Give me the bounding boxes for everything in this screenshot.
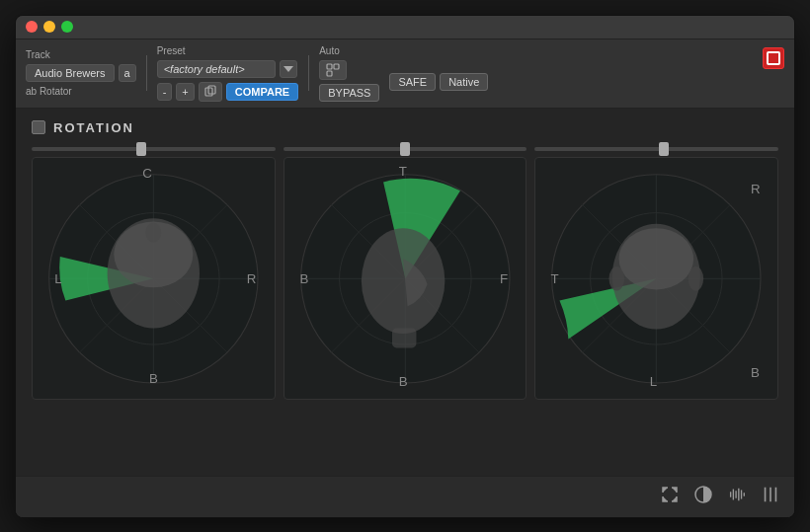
roll-diagram: R B L T <box>535 158 777 400</box>
track-name-button[interactable]: Audio Brewers <box>26 64 115 82</box>
svg-text:F: F <box>500 270 508 285</box>
svg-rect-3 <box>334 64 339 69</box>
audio-icon[interactable] <box>727 485 747 509</box>
titlebar <box>16 16 794 39</box>
bottom-bar <box>16 476 794 517</box>
svg-point-24 <box>362 228 446 334</box>
section-header: ROTATION <box>32 120 778 135</box>
plugin-name: ab Rotator <box>26 86 72 97</box>
preset-label: Preset <box>157 45 299 56</box>
preset-minus-button[interactable]: - <box>157 83 173 101</box>
contrast-icon[interactable] <box>693 485 713 509</box>
rotation-checkbox[interactable] <box>32 120 45 134</box>
expand-icon[interactable] <box>660 485 680 509</box>
preset-select[interactable]: <factory default> <box>157 60 276 78</box>
close-button[interactable] <box>26 21 38 33</box>
yaw-slider-thumb[interactable] <box>136 142 146 156</box>
pitch-panel: T F B B <box>284 157 527 401</box>
record-icon <box>767 51 780 65</box>
svg-text:B: B <box>751 365 760 380</box>
svg-text:R: R <box>751 181 761 195</box>
panel-pitch: T F B B <box>284 147 527 401</box>
svg-text:C: C <box>142 166 152 181</box>
menu-icon[interactable] <box>761 485 780 509</box>
roll-slider[interactable] <box>534 147 778 151</box>
auto-label: Auto <box>319 45 379 56</box>
svg-point-39 <box>688 266 704 290</box>
yaw-diagram: L R B C <box>33 158 275 400</box>
svg-text:L: L <box>54 270 61 285</box>
svg-text:B: B <box>299 270 308 285</box>
rotation-panels: L R B C <box>32 147 778 401</box>
panel-yaw: L R B C <box>32 147 276 401</box>
roll-panel: R B L T <box>534 157 778 401</box>
svg-rect-4 <box>327 71 332 76</box>
svg-text:B: B <box>149 370 158 385</box>
minimize-button[interactable] <box>43 21 55 33</box>
preset-section: Preset <factory default> - + COMPARE <box>157 45 299 102</box>
maximize-button[interactable] <box>61 21 73 33</box>
pitch-slider[interactable] <box>284 147 527 151</box>
safe-button[interactable]: SAFE <box>389 73 436 91</box>
preset-plus-button[interactable]: + <box>176 83 194 101</box>
divider-1 <box>146 55 147 91</box>
track-section: Track Audio Brewers a ab Rotator <box>26 49 136 97</box>
svg-text:B: B <box>398 374 407 389</box>
safe-native-section: SAFE Native <box>389 55 488 91</box>
divider-2 <box>308 55 309 91</box>
track-suffix-button[interactable]: a <box>119 64 136 82</box>
main-window: Track Audio Brewers a ab Rotator Preset … <box>15 15 795 518</box>
svg-rect-2 <box>327 64 332 69</box>
pitch-diagram: T F B B <box>284 158 526 400</box>
svg-text:L: L <box>650 374 657 389</box>
compare-button[interactable]: COMPARE <box>226 83 298 101</box>
section-title: ROTATION <box>53 120 134 135</box>
auto-icon-button[interactable] <box>319 60 347 80</box>
svg-point-38 <box>609 266 625 290</box>
yaw-panel: L R B C <box>32 157 276 401</box>
roll-slider-thumb[interactable] <box>659 142 669 156</box>
toolbar: Track Audio Brewers a ab Rotator Preset … <box>16 39 794 109</box>
track-label: Track <box>26 49 136 60</box>
svg-text:T: T <box>398 163 406 178</box>
preset-copy-button[interactable] <box>199 82 222 102</box>
svg-point-37 <box>619 228 694 289</box>
svg-text:R: R <box>247 270 257 285</box>
auto-section: Auto BYPASS <box>319 45 379 102</box>
svg-rect-25 <box>392 328 416 347</box>
pitch-slider-thumb[interactable] <box>400 142 410 156</box>
record-button[interactable] <box>763 47 784 69</box>
panel-roll: R B L T <box>534 147 778 401</box>
yaw-slider[interactable] <box>32 147 276 151</box>
main-content: ROTATION <box>16 109 794 476</box>
svg-point-13 <box>146 222 162 242</box>
traffic-lights <box>26 21 73 33</box>
bypass-button[interactable]: BYPASS <box>319 84 379 102</box>
native-button[interactable]: Native <box>440 73 488 91</box>
svg-text:T: T <box>551 270 559 285</box>
preset-dropdown-button[interactable] <box>280 60 297 78</box>
